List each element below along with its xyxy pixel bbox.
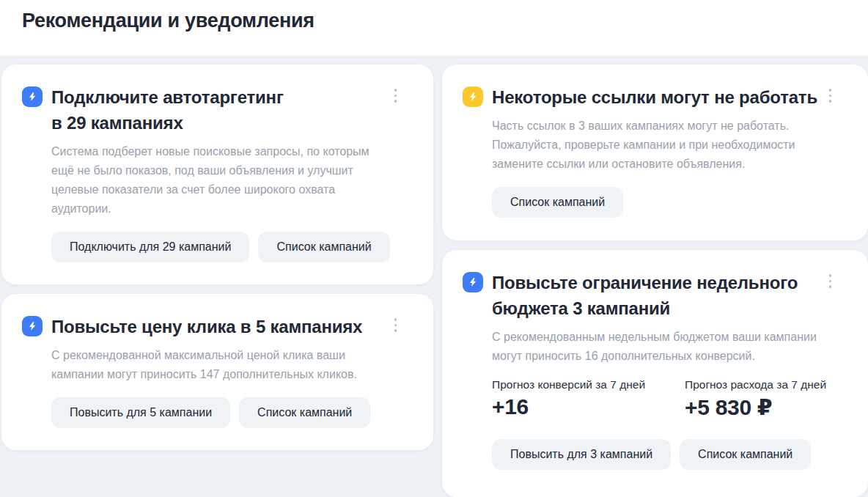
card-title: Повысьте ограничение недельного бюджета …	[492, 270, 798, 321]
left-column: Подключите автотаргетинг в 29 кампаниях …	[1, 65, 433, 497]
card-title: Повысьте цену клика в 5 кампаниях	[51, 314, 362, 339]
stat-value: +16	[492, 394, 670, 419]
conversions-forecast-stat: Прогноз конверсий за 7 дней +16	[492, 378, 670, 420]
kebab-menu-icon[interactable]	[393, 87, 399, 104]
forecast-stats: Прогноз конверсий за 7 дней +16 Прогноз …	[492, 378, 834, 420]
spend-forecast-stat: Прогноз расхода за 7 дней +5 830 ₽	[685, 378, 863, 420]
card-title: Некоторые ссылки могут не работать	[492, 84, 817, 110]
connect-button[interactable]: Подключить для 29 кампаний	[51, 232, 249, 262]
kebab-menu-icon[interactable]	[393, 317, 399, 334]
page-title: Рекомендации и уведомления	[22, 10, 868, 32]
recommendation-card-autotargeting: Подключите автотаргетинг в 29 кампаниях …	[1, 65, 433, 284]
recommendation-card-cpc: Повысьте цену клика в 5 кампаниях С реко…	[1, 294, 433, 450]
stat-label: Прогноз конверсий за 7 дней	[492, 378, 670, 392]
notification-card-links: Некоторые ссылки могут не работать Часть…	[442, 65, 868, 240]
campaign-list-button[interactable]: Список кампаний	[680, 439, 811, 470]
card-description: Часть ссылок в 3 ваших кампаниях могут н…	[492, 117, 834, 174]
raise-button[interactable]: Повысить для 3 кампаний	[492, 439, 671, 470]
campaign-list-button[interactable]: Список кампаний	[258, 232, 389, 262]
stat-label: Прогноз расхода за 7 дней	[685, 378, 863, 392]
lightning-icon	[463, 272, 483, 292]
card-description: С рекомендованным недельным бюджетом ваш…	[492, 328, 834, 366]
right-column: Некоторые ссылки могут не работать Часть…	[442, 65, 868, 497]
lightning-icon	[22, 86, 43, 107]
card-description: С рекомендованной максимальной ценой кли…	[51, 346, 400, 384]
card-description: Система подберет новые поисковые запросы…	[51, 142, 400, 218]
raise-button[interactable]: Повысить для 5 кампании	[51, 397, 230, 428]
page-header: Рекомендации и уведомления	[0, 0, 868, 56]
campaign-list-button[interactable]: Список кампаний	[492, 187, 623, 218]
recommendation-card-budget: Повысьте ограничение недельного бюджета …	[442, 250, 868, 497]
kebab-menu-icon[interactable]	[828, 273, 834, 290]
kebab-menu-icon[interactable]	[828, 87, 834, 104]
card-title: Подключите автотаргетинг в 29 кампаниях	[51, 84, 284, 136]
campaign-list-button[interactable]: Список кампаний	[239, 397, 370, 428]
lightning-icon	[463, 86, 483, 107]
stat-value: +5 830 ₽	[685, 394, 863, 420]
recommendations-board: Подключите автотаргетинг в 29 кампаниях …	[0, 56, 868, 497]
lightning-icon	[22, 316, 43, 336]
